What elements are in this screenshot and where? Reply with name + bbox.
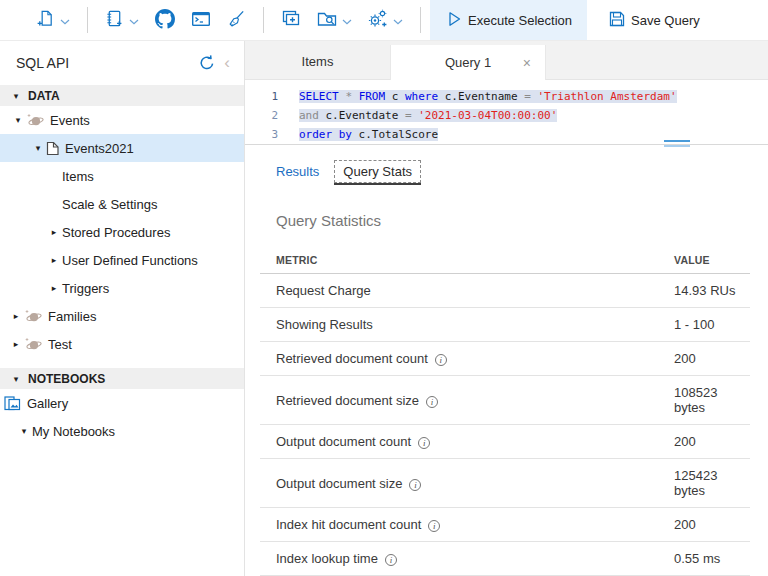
info-icon[interactable]: i: [426, 396, 438, 408]
section-label: DATA: [28, 89, 60, 103]
info-icon[interactable]: i: [428, 520, 440, 532]
close-icon[interactable]: ×: [523, 56, 531, 70]
sql-operator: *: [345, 90, 352, 103]
chevron-expanded-icon[interactable]: ▾: [16, 426, 32, 436]
chevron-expanded-icon[interactable]: ▾: [30, 143, 46, 153]
new-container-button[interactable]: [273, 0, 309, 40]
terminal-button[interactable]: [183, 0, 219, 40]
line-number: 3: [245, 125, 278, 144]
tree-item-events2021[interactable]: ▾ Events2021: [0, 134, 244, 162]
metric-label: Request Charge: [276, 283, 371, 298]
section-header-notebooks[interactable]: ▾ NOTEBOOKS: [0, 368, 244, 389]
column-header-value: VALUE: [658, 246, 750, 274]
column-header-metric: METRIC: [260, 246, 658, 274]
metric-value: 14.93 RUs: [658, 274, 750, 308]
tree-item-scale-settings[interactable]: Scale & Settings: [0, 190, 244, 218]
collection-page-icon: [46, 141, 59, 156]
collapse-chevron-icon: ‹: [220, 56, 234, 70]
chevron-collapsed-icon[interactable]: ▸: [46, 283, 62, 293]
tree-item-label: Events2021: [65, 141, 134, 156]
sql-query-editor[interactable]: 1 SELECT * FROM c where c.Eventname = 'T…: [245, 80, 768, 144]
tree-item-test[interactable]: ▸ Test: [0, 330, 244, 358]
tree-item-label: Test: [48, 337, 72, 352]
chevron-expanded-icon[interactable]: ▾: [10, 115, 26, 125]
resource-tree-sidebar: SQL API ‹ ▾ DATA ▾ Events ▾ Events2021: [0, 41, 245, 576]
tree-item-label: Events: [50, 113, 90, 128]
metric-label: Retrieved document size: [276, 393, 419, 408]
tree-item-triggers[interactable]: ▸ Triggers: [0, 274, 244, 302]
tab-label: Query 1: [445, 55, 491, 70]
database-planet-icon: [24, 337, 42, 352]
tab-results[interactable]: Results: [276, 164, 319, 179]
chevron-collapsed-icon[interactable]: ▸: [8, 311, 24, 321]
info-icon[interactable]: i: [435, 354, 447, 366]
tree-item-user-defined-functions[interactable]: ▸ User Defined Functions: [0, 246, 244, 274]
new-sql-query-button[interactable]: [28, 0, 78, 40]
tree-item-gallery[interactable]: Gallery: [0, 389, 244, 417]
metric-label: Output document count: [276, 434, 411, 449]
sql-keyword: FROM: [359, 90, 386, 103]
tree-item-label: Triggers: [62, 281, 109, 296]
new-document-icon: [36, 9, 55, 31]
refresh-button[interactable]: [196, 52, 218, 74]
collapse-panel-button[interactable]: ‹: [218, 54, 236, 72]
github-button[interactable]: [147, 0, 183, 40]
play-icon: [445, 10, 463, 31]
tab-query-1[interactable]: Query 1 ×: [390, 45, 546, 80]
section-label: NOTEBOOKS: [28, 372, 105, 386]
content-pane: Items Query 1 × 1 SELECT * FROM c where …: [245, 41, 768, 576]
broom-icon: [227, 9, 246, 31]
table-row: Showing Results 1 - 100: [260, 308, 750, 342]
splitter-drag-handle[interactable]: [664, 140, 690, 147]
metric-label: Output document size: [276, 476, 402, 491]
selected-text: and c.Eventdate = '2021-03-04T00:00:00': [299, 109, 557, 122]
chevron-down-icon: [60, 13, 70, 28]
toolbar-divider: [420, 7, 421, 33]
tree-item-label: Gallery: [27, 396, 68, 411]
tree-item-my-notebooks[interactable]: ▾ My Notebooks: [0, 417, 244, 445]
table-row: Output document counti 200: [260, 425, 750, 459]
notebook-icon: [105, 9, 124, 31]
save-query-button[interactable]: Save Query: [593, 0, 715, 40]
sql-operator: =: [405, 109, 412, 122]
info-icon[interactable]: i: [409, 479, 421, 491]
tree-item-families[interactable]: ▸ Families: [0, 302, 244, 330]
sql-plain: c.Eventdate: [319, 109, 405, 122]
chevron-down-icon: [129, 13, 139, 28]
metric-label: Index hit document count: [276, 517, 421, 532]
table-row: Index hit document counti 200: [260, 508, 750, 542]
metric-label: Showing Results: [276, 317, 373, 332]
table-row: Request Charge 14.93 RUs: [260, 274, 750, 308]
save-icon: [608, 10, 626, 31]
metric-value: 0.55 ms: [658, 542, 750, 576]
tab-query-stats[interactable]: Query Stats: [334, 160, 421, 183]
new-notebook-button[interactable]: [97, 0, 147, 40]
chevron-collapsed-icon[interactable]: ▸: [46, 255, 62, 265]
sql-string: 'Triathlon Amsterdam': [537, 90, 676, 103]
info-icon[interactable]: i: [385, 554, 397, 566]
sql-keyword: SELECT: [299, 90, 339, 103]
github-icon: [155, 9, 175, 32]
chevron-expanded-icon[interactable]: ▾: [8, 374, 24, 384]
table-row: Retrieved document sizei 108523 bytes: [260, 376, 750, 425]
info-icon[interactable]: i: [418, 437, 430, 449]
execute-selection-button[interactable]: Execute Selection: [430, 0, 587, 40]
tab-label: Items: [302, 54, 334, 69]
chevron-collapsed-icon[interactable]: ▸: [8, 339, 24, 349]
chevron-collapsed-icon[interactable]: ▸: [46, 227, 62, 237]
query-statistics-heading: Query Statistics: [276, 212, 768, 229]
tree-item-label: Families: [48, 309, 96, 324]
table-header-row: METRIC VALUE: [260, 246, 750, 274]
section-header-data[interactable]: ▾ DATA: [0, 85, 244, 106]
refresh-icon: [198, 54, 216, 72]
tree-item-stored-procedures[interactable]: ▸ Stored Procedures: [0, 218, 244, 246]
tree-item-items[interactable]: Items: [0, 162, 244, 190]
tree-item-label: Stored Procedures: [62, 225, 170, 240]
tree-item-events[interactable]: ▾ Events: [0, 106, 244, 134]
new-stored-procedure-button[interactable]: [360, 0, 411, 40]
open-query-button[interactable]: [309, 0, 360, 40]
sql-keyword: where: [405, 90, 438, 103]
chevron-expanded-icon[interactable]: ▾: [8, 91, 24, 101]
clear-broom-button[interactable]: [219, 0, 254, 40]
tab-items[interactable]: Items: [245, 44, 390, 79]
